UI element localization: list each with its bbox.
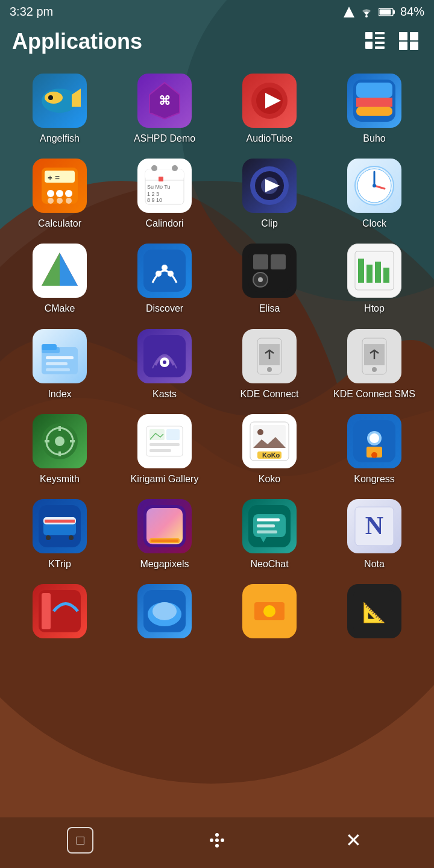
- svg-rect-97: [58, 426, 61, 431]
- app-icon-kasts: [137, 329, 192, 383]
- svg-rect-30: [356, 98, 392, 107]
- apps-container: Angelfish⌘ASHPD DemoAudioTubeBuho+ =−Cal…: [0, 64, 434, 805]
- app-item-keysmith[interactable]: Keysmith: [8, 409, 111, 489]
- app-label-clock: Clock: [362, 218, 386, 229]
- status-bar: 3:32 pm 84%: [0, 0, 434, 24]
- app-icon-nota: N: [347, 499, 401, 553]
- home-icon: [206, 829, 228, 851]
- app-item-kongress[interactable]: Kongress: [323, 409, 426, 489]
- app-item-kde-connect[interactable]: KDE Connect: [218, 324, 321, 404]
- app-icon-discover: [137, 244, 192, 298]
- bottom-nav: □ ✕: [0, 817, 434, 868]
- svg-point-45: [151, 165, 157, 171]
- close-button[interactable]: ✕: [341, 827, 367, 854]
- svg-point-108: [257, 429, 263, 435]
- app-item-clip[interactable]: Clip: [218, 154, 321, 234]
- app-item-nota[interactable]: NNota: [323, 494, 426, 574]
- list-view-icon: [364, 31, 386, 50]
- svg-rect-84: [46, 368, 70, 371]
- svg-rect-98: [58, 451, 61, 456]
- grid-view-icon: [398, 31, 420, 50]
- app-icon-calculator: + =−: [33, 159, 87, 213]
- svg-text:Su Mo Tu: Su Mo Tu: [147, 184, 171, 190]
- app-label-kongress: Kongress: [354, 473, 395, 485]
- app-icon-megapixels: [137, 499, 192, 553]
- app-item-angelfish[interactable]: Angelfish: [8, 69, 111, 149]
- back-button[interactable]: □: [67, 827, 93, 854]
- app-label-kde-connect: KDE Connect: [241, 388, 299, 400]
- app-item-partial2[interactable]: [113, 579, 216, 648]
- svg-point-147: [215, 833, 219, 837]
- app-item-buho[interactable]: Buho: [323, 69, 426, 149]
- app-label-angelfish: Angelfish: [40, 133, 80, 144]
- svg-rect-78: [383, 268, 389, 283]
- app-item-clock[interactable]: Clock: [323, 154, 426, 234]
- app-label-megapixels: Megapixels: [140, 558, 189, 570]
- svg-rect-17: [410, 32, 418, 40]
- app-item-ktrip[interactable]: KTrip: [8, 494, 111, 574]
- app-label-kirigami-gallery: Kirigami Gallery: [131, 473, 199, 485]
- list-view-button[interactable]: [362, 28, 388, 54]
- app-label-htop: Htop: [364, 303, 385, 314]
- app-item-megapixels[interactable]: Megapixels: [113, 494, 216, 574]
- app-item-kirigami-gallery[interactable]: Kirigami Gallery: [113, 409, 216, 489]
- app-item-audiotube[interactable]: AudioTube: [218, 69, 321, 149]
- app-item-koko[interactable]: KoKoKoko: [218, 409, 321, 489]
- app-item-neochat[interactable]: NeoChat: [218, 494, 321, 574]
- svg-rect-12: [375, 37, 385, 39]
- svg-rect-100: [70, 440, 75, 442]
- page-header: Applications: [0, 24, 434, 64]
- svg-rect-82: [46, 356, 74, 359]
- svg-rect-16: [399, 32, 407, 40]
- app-item-kasts[interactable]: Kasts: [113, 324, 216, 404]
- app-label-buho: Buho: [363, 133, 385, 144]
- svg-marker-5: [344, 7, 354, 17]
- app-icon-kde-connect-sms: [347, 329, 401, 383]
- app-label-keysmith: Keysmith: [40, 473, 80, 485]
- svg-text:−: −: [48, 173, 52, 182]
- svg-point-68: [162, 265, 168, 271]
- svg-point-21: [45, 92, 63, 104]
- app-label-kde-connect-sms: KDE Connect SMS: [333, 388, 415, 400]
- page-title: Applications: [12, 29, 142, 54]
- app-item-partial4[interactable]: 📐: [323, 579, 426, 648]
- svg-rect-13: [365, 42, 373, 49]
- app-icon-keysmith: [33, 414, 87, 468]
- svg-rect-120: [69, 535, 74, 540]
- svg-point-87: [163, 360, 166, 364]
- svg-point-66: [156, 271, 162, 277]
- battery-icon: [379, 7, 395, 17]
- app-item-partial3[interactable]: [218, 579, 321, 648]
- app-icon-kde-connect: [242, 329, 297, 383]
- svg-point-96: [55, 436, 64, 446]
- app-item-index[interactable]: Index: [8, 324, 111, 404]
- app-item-cmake[interactable]: CMake: [8, 239, 111, 319]
- svg-point-141: [263, 605, 275, 617]
- app-item-calindori[interactable]: Su Mo Tu1 2 38 9 10Calindori: [113, 154, 216, 234]
- home-button[interactable]: [204, 827, 230, 854]
- svg-rect-83: [46, 362, 68, 365]
- app-item-elisa[interactable]: Elisa: [218, 239, 321, 319]
- svg-point-138: [153, 602, 177, 620]
- app-label-ktrip: KTrip: [48, 558, 71, 570]
- status-icons: 84%: [344, 5, 424, 19]
- svg-rect-105: [149, 449, 171, 452]
- svg-point-90: [267, 367, 272, 372]
- app-icon-audiotube: [242, 74, 297, 128]
- apps-grid: Angelfish⌘ASHPD DemoAudioTubeBuho+ =−Cal…: [6, 64, 428, 653]
- svg-text:8  9  10: 8 9 10: [147, 197, 162, 203]
- svg-point-6: [365, 15, 368, 17]
- svg-rect-14: [375, 42, 385, 44]
- app-item-htop[interactable]: Htop: [323, 239, 426, 319]
- svg-rect-15: [375, 46, 385, 49]
- svg-point-60: [373, 184, 376, 187]
- app-icon-clip: [242, 159, 297, 213]
- app-item-ashpd-demo[interactable]: ⌘ASHPD Demo: [113, 69, 216, 149]
- app-item-discover[interactable]: Discover: [113, 239, 216, 319]
- svg-marker-23: [72, 89, 81, 107]
- app-item-kde-connect-sms[interactable]: KDE Connect SMS: [323, 324, 426, 404]
- svg-point-93: [372, 367, 377, 372]
- app-item-calculator[interactable]: + =−Calculator: [8, 154, 111, 234]
- grid-view-button[interactable]: [395, 28, 422, 54]
- app-item-partial1[interactable]: [8, 579, 111, 648]
